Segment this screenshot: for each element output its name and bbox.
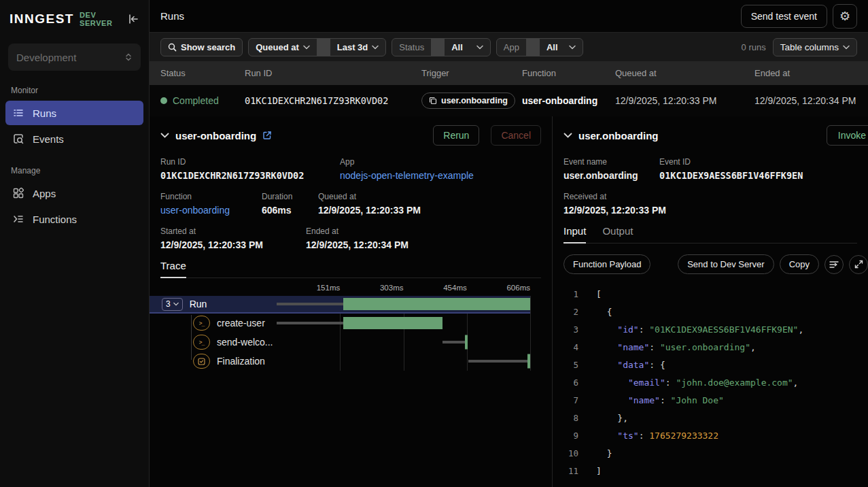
collapse-sidebar-icon[interactable] [127,13,139,25]
ended-at-field: Ended at 12/9/2025, 12:20:34 PM [306,226,409,250]
filter-bar: Show search Queued at Last 3d Status All [150,33,868,61]
child-count-badge[interactable]: 3 [162,298,183,311]
line-number: 5 [563,360,578,370]
trace-tabs: Trace [160,260,541,278]
trace-span-name: send-welco... [217,337,273,348]
function-payload-button[interactable]: Function Payload [563,254,650,274]
trace-span-name: Finalization [217,356,265,367]
line-number: 10 [563,448,578,458]
finalization-check-icon [193,354,210,369]
inngest-dev-server-app: INNGEST DEV SERVER Development Monitor R… [0,0,868,487]
terminal-icon: >_ [193,316,210,331]
search-icon [168,43,177,52]
run-table-row[interactable]: Completed 01KC1DEXCHR2N617Z93RK0VD02 use… [150,85,868,116]
send-test-event-button[interactable]: Send test event [741,5,827,28]
code-line[interactable]: 9 "ts": 1765279233322 [563,426,857,444]
functions-icon [12,213,24,225]
execution-span-bar [343,317,442,329]
copy-button[interactable]: Copy [780,254,819,274]
event-panel-title: user.onboarding [578,130,659,141]
queued-at-field: Queued at 12/9/2025, 12:20:33 PM [318,192,421,216]
app-filter-value[interactable]: All [540,39,583,56]
monitor-section-label: Monitor [11,86,138,95]
code-line[interactable]: 10 } [563,444,857,462]
environment-select[interactable]: Development [8,44,141,71]
axis-tick-label: 454ms [443,284,467,292]
detail-panels: user-onboarding Rerun Cancel Run ID 01KC… [150,116,868,487]
sidebar-item-functions[interactable]: Functions [5,207,143,231]
code-line[interactable]: 2 { [563,303,857,320]
trace-axis: 151ms303ms454ms606ms [277,281,530,296]
status-filter-label: Status [392,39,431,56]
topbar: Runs Send test event ⚙ [150,0,868,33]
time-range-dropdown[interactable]: Last 3d [330,39,386,56]
code-line[interactable]: 5 "data": { [563,356,857,373]
tab-output[interactable]: Output [602,225,633,243]
time-filter[interactable]: Queued at Last 3d [248,38,386,56]
trace-row-finalization[interactable]: Finalization [160,352,530,371]
code-line[interactable]: 3 "id": "01KC1DEX9AESS6BF1V46FFK9EN", [563,320,857,338]
sidebar-item-apps[interactable]: Apps [5,181,143,205]
code-line[interactable]: 6 "email": "john.doe@example.com", [563,373,857,391]
expand-fullscreen-icon[interactable] [849,255,868,274]
event-id-field: Event ID 01KC1DEX9AESS6BF1V46FFK9EN [659,157,803,181]
sidebar-item-runs[interactable]: Runs [5,101,143,125]
line-number: 6 [563,377,578,388]
external-link-icon[interactable] [262,131,272,140]
axis-tick-label: 606ms [506,284,530,292]
json-payload-editor[interactable]: 1[2 {3 "id": "01KC1DEX9AESS6BF1V46FFK9EN… [563,285,857,480]
status-filter-value[interactable]: All [445,39,490,56]
run-id-field: Run ID 01KC1DEXCHR2N617Z93RK0VD02 [160,157,340,181]
show-search-button[interactable]: Show search [160,38,243,56]
app-field: App nodejs-open-telemetry-example [340,157,474,181]
line-number: 1 [563,289,578,299]
queue-wait-line [277,303,343,305]
function-field: Function user-onboarding [160,192,262,216]
line-number: 8 [563,413,578,423]
cancel-button[interactable]: Cancel [491,125,541,146]
dev-server-badge: DEV SERVER [80,11,127,27]
execution-span-bar [527,354,530,369]
axis-tick-label: 151ms [317,284,341,292]
code-line[interactable]: 8 }, [563,409,857,426]
send-to-dev-server-button[interactable]: Send to Dev Server [678,254,774,274]
runs-count: 0 runs [742,42,766,52]
code-line[interactable]: 11] [563,462,857,480]
page-title: Runs [160,10,184,22]
function-link[interactable]: user-onboarding [160,205,262,216]
tab-input[interactable]: Input [563,225,586,243]
status-dot-icon [160,97,167,104]
app-filter[interactable]: App All [496,38,583,56]
trace-waterfall: 151ms303ms454ms606ms 3Run>_create-user>_… [160,281,541,371]
chevron-down-icon[interactable] [160,133,169,139]
chevron-down-icon[interactable] [563,133,572,139]
apps-icon [12,187,24,199]
status-filter[interactable]: Status All [392,38,490,56]
line-number: 3 [563,324,578,335]
function-name: user-onboarding [522,95,615,106]
table-columns-dropdown[interactable]: Table columns [773,38,857,56]
status-badge: Completed [160,95,245,106]
settings-gear-icon[interactable]: ⚙ [833,4,857,29]
code-line[interactable]: 7 "name": "John Doe" [563,391,857,409]
trace-row-create-user[interactable]: >_create-user [160,314,530,333]
time-field-dropdown[interactable]: Queued at [249,39,317,56]
sidebar-item-events[interactable]: Events [5,127,143,151]
code-line[interactable]: 4 "name": "user.onboarding", [563,338,857,356]
trace-row-send-welco-[interactable]: >_send-welco... [160,333,530,352]
rerun-button[interactable]: Rerun [433,125,479,146]
select-chevrons-icon [124,52,133,62]
trace-row-run[interactable]: 3Run [150,296,530,314]
line-number: 7 [563,395,578,405]
trigger-pill[interactable]: user.onboarding [421,93,515,109]
invoke-button[interactable]: Invoke [827,125,868,146]
sidebar: INNGEST DEV SERVER Development Monitor R… [0,0,150,487]
code-line[interactable]: 1[ [563,285,857,303]
manage-section-label: Manage [11,166,138,175]
chevron-down-icon [569,45,576,50]
axis-tick-label: 303ms [380,284,404,292]
word-wrap-icon[interactable] [824,255,844,274]
tab-trace[interactable]: Trace [160,260,186,278]
column-queued-at: Queued at [615,68,754,78]
app-link[interactable]: nodejs-open-telemetry-example [340,170,474,181]
